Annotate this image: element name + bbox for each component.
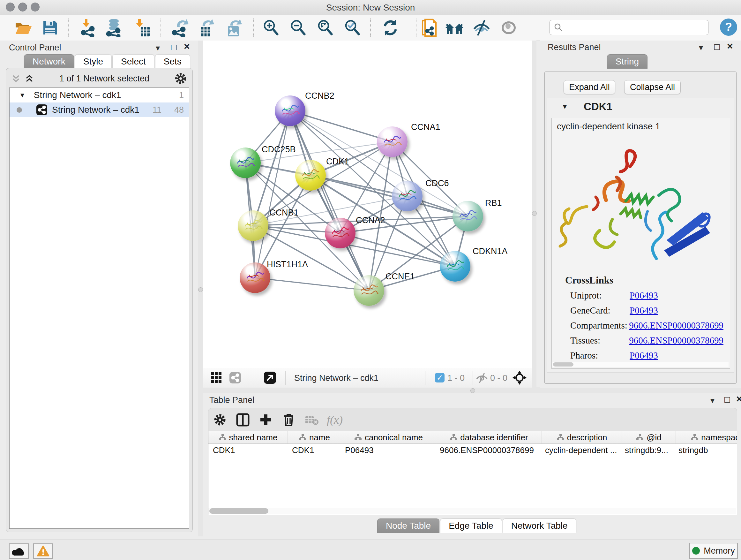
selected-checkbox[interactable]: ✓ xyxy=(435,373,445,382)
delete-column-button[interactable] xyxy=(277,413,300,427)
column-header-canonical-name[interactable]: canonical name xyxy=(341,431,436,443)
control-panel-float-button[interactable]: □ xyxy=(171,43,177,51)
network-edge[interactable] xyxy=(290,111,392,142)
table-cell[interactable]: P06493 xyxy=(340,445,435,455)
table-cell[interactable]: stringdb xyxy=(674,445,737,455)
column-header-name[interactable]: name xyxy=(288,431,341,443)
network-node-hist1h1a[interactable] xyxy=(240,262,270,293)
left-splitter[interactable] xyxy=(198,41,203,537)
network-edge[interactable] xyxy=(255,111,290,278)
zoom-fit-button[interactable] xyxy=(315,18,335,37)
warnings-button[interactable] xyxy=(33,543,53,559)
grid-view-icon[interactable] xyxy=(211,372,222,383)
gear-icon[interactable] xyxy=(175,72,187,84)
show-graphics-button[interactable] xyxy=(499,18,519,37)
splitter-handle[interactable] xyxy=(198,287,203,292)
help-button[interactable]: ? xyxy=(720,18,737,36)
tab-edge-table[interactable]: Edge Table xyxy=(440,518,502,533)
network-node-ccne1[interactable] xyxy=(354,275,384,306)
save-session-button[interactable] xyxy=(40,18,60,37)
open-session-button[interactable] xyxy=(13,18,33,37)
network-node-ccnb1[interactable] xyxy=(238,210,268,241)
control-panel-menu-arrow[interactable]: ▾ xyxy=(156,44,160,52)
scrollbar-thumb[interactable] xyxy=(209,508,268,514)
network-canvas[interactable]: CCNB2CCNA1CDC25BCDK1CDC6RB1CCNB1CCNA2CDK… xyxy=(203,41,532,368)
tab-select[interactable]: Select xyxy=(112,54,154,69)
results-panel-close-button[interactable]: × xyxy=(727,42,733,50)
table-options-button[interactable] xyxy=(208,414,231,426)
show-columns-button[interactable] xyxy=(231,413,254,427)
table-cell[interactable]: 9606.ENSP00000378699 xyxy=(435,445,541,455)
tab-string[interactable]: String xyxy=(607,54,648,69)
network-node-ccnb2[interactable] xyxy=(275,96,306,126)
crosslink-value[interactable]: P06493 xyxy=(630,290,658,301)
tab-sets[interactable]: Sets xyxy=(155,54,190,69)
table-cell[interactable]: CDK1 xyxy=(208,445,287,455)
cloud-status-button[interactable] xyxy=(9,543,29,559)
results-hscrollbar[interactable] xyxy=(552,362,729,367)
network-node-cdkn1a[interactable] xyxy=(440,251,470,282)
hidden-eye-icon[interactable] xyxy=(475,373,488,383)
zoom-selected-button[interactable] xyxy=(342,18,362,37)
column-header--id[interactable]: @id xyxy=(622,431,676,443)
tab-network[interactable]: Network xyxy=(24,54,74,69)
table-row[interactable]: CDK1CDK1P064939606.ENSP00000378699cyclin… xyxy=(208,444,737,456)
table-panel-float-button[interactable]: □ xyxy=(724,395,730,403)
crosslink-value[interactable]: 9606.ENSP00000378699 xyxy=(629,335,724,346)
results-panel-menu-arrow[interactable]: ▾ xyxy=(699,44,703,52)
crosslink-value[interactable]: P06493 xyxy=(630,305,658,316)
expand-all-button[interactable]: Expand All xyxy=(563,80,615,94)
string-import-button[interactable] xyxy=(420,18,440,37)
expand-all-icon[interactable] xyxy=(24,74,34,83)
right-splitter[interactable] xyxy=(532,41,536,387)
table-hscrollbar[interactable] xyxy=(208,508,736,514)
string-home-button[interactable] xyxy=(445,18,464,37)
control-panel-close-button[interactable]: × xyxy=(184,42,190,51)
memory-button[interactable]: Memory xyxy=(689,543,738,559)
tree-expanded-icon[interactable]: ▼ xyxy=(19,91,25,99)
collapse-all-icon[interactable] xyxy=(11,74,21,83)
splitter-handle[interactable] xyxy=(532,211,537,216)
network-edge[interactable] xyxy=(246,163,407,196)
column-header-namespace[interactable]: namespace xyxy=(676,431,737,443)
network-edge[interactable] xyxy=(255,278,369,291)
network-node-rb1[interactable] xyxy=(453,201,483,232)
crosslink-value[interactable]: P06493 xyxy=(630,350,658,361)
table-cell[interactable]: CDK1 xyxy=(287,445,340,455)
table-cell[interactable]: cyclin-dependent ... xyxy=(541,445,620,455)
network-row-selected[interactable]: String Network – cdk1 11 48 xyxy=(10,103,189,117)
table-panel-menu-arrow[interactable]: ▾ xyxy=(711,396,715,405)
column-header-shared-name[interactable]: shared name xyxy=(208,431,288,443)
column-header-description[interactable]: description xyxy=(542,431,622,443)
section-collapse-arrow[interactable]: ▼ xyxy=(561,103,568,111)
birds-eye-toggle-icon[interactable] xyxy=(264,371,276,384)
network-collection-row[interactable]: ▼ String Network – cdk1 1 xyxy=(10,88,189,103)
network-node-ccna1[interactable] xyxy=(377,126,408,157)
column-header-database-identifier[interactable]: database identifier xyxy=(436,431,542,443)
network-node-ccna2[interactable] xyxy=(325,218,355,248)
export-table-button[interactable] xyxy=(197,18,217,37)
crosslink-value[interactable]: 9606.ENSP00000378699 xyxy=(629,320,724,331)
zoom-in-button[interactable] xyxy=(261,18,281,37)
tab-style[interactable]: Style xyxy=(75,54,112,69)
zoom-out-button[interactable] xyxy=(288,18,308,37)
search-input[interactable] xyxy=(566,21,708,34)
import-network-from-database-button[interactable] xyxy=(104,18,124,37)
export-image-button[interactable] xyxy=(224,18,244,37)
hide-unhide-button[interactable] xyxy=(472,18,491,37)
table-panel-close-button[interactable]: × xyxy=(736,395,741,403)
network-node-cdc6[interactable] xyxy=(392,181,422,211)
network-share-icon[interactable] xyxy=(229,372,241,384)
scrollbar-thumb[interactable] xyxy=(553,362,574,367)
export-network-button[interactable] xyxy=(171,18,190,37)
collapse-all-button[interactable]: Collapse All xyxy=(624,80,681,94)
tab-network-table[interactable]: Network Table xyxy=(502,518,576,533)
splitter-handle[interactable] xyxy=(470,388,475,393)
tab-node-table[interactable]: Node Table xyxy=(377,518,440,533)
results-panel-float-button[interactable]: □ xyxy=(714,43,720,51)
network-node-cdk1[interactable] xyxy=(295,160,326,191)
crosshair-icon[interactable] xyxy=(513,371,527,385)
create-column-button[interactable] xyxy=(254,414,277,426)
import-table-button[interactable] xyxy=(132,18,152,37)
apply-layout-button[interactable] xyxy=(381,18,400,37)
